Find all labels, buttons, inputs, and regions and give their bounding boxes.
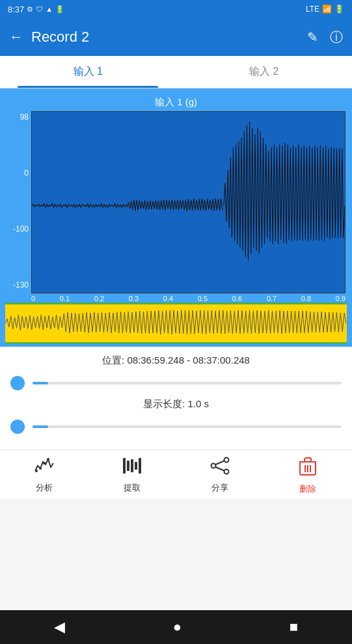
- svg-rect-10: [135, 462, 137, 470]
- svg-line-15: [216, 461, 224, 465]
- waveform-chart[interactable]: [31, 111, 345, 293]
- tab-input2[interactable]: 输入 2: [176, 56, 353, 88]
- share-icon: [210, 457, 230, 479]
- analyze-icon: [34, 457, 55, 479]
- x-axis: 0 0.1 0.2 0.3 0.4 0.5 0.6 0.7 0.8 0.9: [31, 293, 345, 302]
- position-slider-fill: [33, 382, 48, 384]
- status-bar: 8:37 ⚙ 🛡 ▲ 🔋 LTE 📶 🔋: [0, 0, 352, 18]
- status-time: 8:37 ⚙ 🛡 ▲ 🔋: [8, 5, 64, 14]
- svg-rect-19: [305, 458, 311, 462]
- controls-section: 位置: 08:36:59.248 - 08:37:00.248 显示长度: 1.…: [0, 347, 352, 449]
- extract-label: 提取: [124, 482, 141, 494]
- nav-recent-button[interactable]: ■: [290, 619, 298, 636]
- display-length-text: 显示长度: 1.0 s: [10, 398, 342, 410]
- chart-container: 98 0 -100 -130: [7, 111, 345, 302]
- tab-input1[interactable]: 输入 1: [0, 56, 176, 88]
- edit-button[interactable]: ✎: [307, 29, 318, 45]
- position-slider-handle[interactable]: [10, 376, 25, 390]
- delete-action[interactable]: 删除: [264, 457, 352, 495]
- back-button[interactable]: ←: [9, 29, 23, 46]
- position-slider-track[interactable]: [33, 382, 342, 384]
- share-action[interactable]: 分享: [176, 457, 264, 495]
- app-bar: ← Record 2 ✎ ⓘ: [0, 18, 352, 56]
- chart-area: 输入 1 (g) 98 0 -100 -130: [5, 94, 347, 302]
- svg-rect-2: [5, 304, 347, 342]
- chart-section: 输入 1 (g) 98 0 -100 -130: [0, 88, 352, 347]
- mini-waveform-svg: [5, 304, 347, 342]
- analyze-action[interactable]: 分析: [0, 457, 88, 495]
- svg-point-13: [224, 470, 229, 474]
- mini-waveform-strip[interactable]: [5, 302, 347, 344]
- svg-rect-9: [131, 459, 133, 472]
- length-slider-handle[interactable]: [10, 420, 25, 434]
- bottom-actions: 分析 提取 分享: [0, 449, 352, 499]
- svg-line-16: [216, 467, 224, 471]
- svg-point-3: [35, 470, 38, 472]
- info-button[interactable]: ⓘ: [330, 29, 343, 46]
- share-label: 分享: [211, 482, 228, 494]
- nav-back-button[interactable]: ◀: [54, 619, 65, 636]
- extract-action[interactable]: 提取: [88, 457, 176, 495]
- svg-rect-8: [127, 461, 129, 471]
- svg-point-6: [47, 458, 49, 461]
- status-signal: LTE 📶 🔋: [306, 5, 344, 14]
- analyze-label: 分析: [36, 482, 53, 494]
- length-slider-row: [10, 420, 342, 434]
- extract-icon: [122, 457, 142, 479]
- length-slider-fill: [33, 425, 48, 428]
- nav-bar: ◀ ● ■: [0, 610, 352, 644]
- chart-main: 0 0.1 0.2 0.3 0.4 0.5 0.6 0.7 0.8 0.9: [31, 111, 345, 302]
- svg-point-12: [224, 458, 229, 463]
- svg-rect-11: [139, 458, 141, 474]
- y-axis: 98 0 -100 -130: [7, 111, 31, 302]
- svg-point-14: [211, 464, 216, 468]
- chart-title: 输入 1 (g): [7, 96, 345, 109]
- delete-label: 删除: [299, 483, 316, 495]
- svg-rect-7: [123, 458, 126, 474]
- nav-home-button[interactable]: ●: [173, 619, 182, 636]
- position-slider-row: [10, 376, 342, 390]
- app-bar-actions: ✎ ⓘ: [307, 29, 343, 46]
- delete-icon: [299, 457, 317, 481]
- position-text: 位置: 08:36:59.248 - 08:37:00.248: [10, 355, 342, 367]
- waveform-svg: [32, 112, 345, 293]
- svg-point-5: [43, 462, 46, 464]
- svg-point-4: [39, 467, 42, 470]
- app-title: Record 2: [31, 29, 299, 46]
- tab-bar: 输入 1 输入 2: [0, 56, 352, 88]
- length-slider-track[interactable]: [33, 425, 342, 428]
